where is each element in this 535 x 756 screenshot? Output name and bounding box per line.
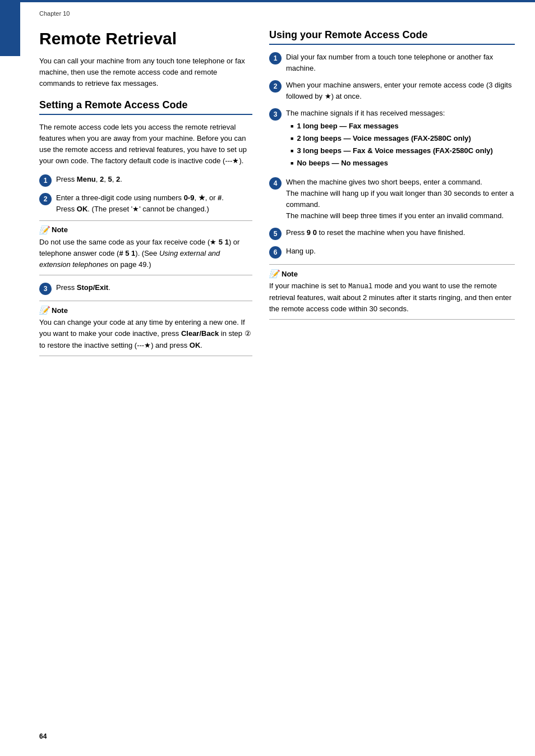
right-step-3-num: 3 (269, 108, 282, 121)
section1-body: The remote access code lets you access t… (39, 122, 252, 167)
note-icon-1: 📝 (39, 225, 49, 234)
bullet-list-3: 1 long beep — Fax messages 2 long beeps … (290, 121, 515, 168)
sidebar-blue-block (0, 0, 20, 56)
right-step-4-content: When the machine gives two short beeps, … (286, 177, 515, 222)
step-3-num: 3 (39, 283, 52, 295)
note-label-1: Note (52, 225, 68, 234)
note-box-1: 📝 Note Do not use the same code as your … (39, 220, 252, 275)
step-1-num: 1 (39, 174, 52, 187)
step-1-content: Press Menu, 2, 5, 2. (56, 174, 252, 185)
bullet-1: 1 long beep — Fax messages (290, 121, 515, 132)
note-box-2: 📝 Note You can change your code at any t… (39, 301, 252, 356)
manual-code: Manual (348, 283, 372, 291)
right-step-2-content: When your machine answers, enter your re… (286, 80, 515, 102)
right-step-5-content: Press 9 0 to reset the machine when you … (286, 227, 515, 238)
note-text-1: Do not use the same code as your fax rec… (39, 237, 252, 270)
right-step-5-num: 5 (269, 228, 282, 240)
intro-text: You can call your machine from any touch… (39, 56, 252, 89)
step-2: 2 Enter a three-digit code using numbers… (39, 192, 252, 215)
right-step-4: 4 When the machine gives two short beeps… (269, 177, 515, 222)
right-step-1-num: 1 (269, 52, 282, 64)
page-number: 64 (39, 732, 47, 740)
right-note-box: 📝 Note If your machine is set to Manual … (269, 264, 515, 320)
note-icon-2: 📝 (39, 306, 49, 315)
section2-header: Using your Remote Access Code (269, 29, 515, 45)
step-3-content: Press Stop/Exit. (56, 282, 252, 293)
bullet-3: 3 long beeps — Fax & Voice messages (FAX… (290, 146, 515, 156)
right-step-6-content: Hang up. (286, 246, 515, 257)
right-note-label: Note (282, 270, 298, 278)
step-1: 1 Press Menu, 2, 5, 2. (39, 174, 252, 187)
right-step-2: 2 When your machine answers, enter your … (269, 80, 515, 102)
note-header-2: 📝 Note (39, 306, 252, 315)
right-step-6: 6 Hang up. (269, 246, 515, 259)
chapter-label: Chapter 10 (39, 10, 70, 17)
top-line (20, 0, 535, 2)
bullet-2: 2 long beeps — Voice messages (FAX-2580C… (290, 133, 515, 144)
right-step-1-content: Dial your fax number from a touch tone t… (286, 52, 515, 74)
note-header-1: 📝 Note (39, 225, 252, 234)
right-step-3-content: The machine signals if it has received m… (286, 108, 515, 171)
right-note-icon: 📝 (269, 269, 279, 278)
sidebar-accent (0, 0, 20, 756)
section1-header: Setting a Remote Access Code (39, 99, 252, 115)
main-title: Remote Retrieval (39, 29, 252, 48)
bullet-4: No beeps — No messages (290, 158, 515, 169)
right-note-header: 📝 Note (269, 269, 515, 278)
content-area: Remote Retrieval You can call your machi… (39, 29, 515, 728)
right-step-3: 3 The machine signals if it has received… (269, 108, 515, 171)
right-step-1: 1 Dial your fax number from a touch tone… (269, 52, 515, 74)
step-3: 3 Press Stop/Exit. (39, 282, 252, 295)
right-note-text: If your machine is set to Manual mode an… (269, 280, 515, 315)
right-step-4-num: 4 (269, 177, 282, 190)
step-2-content: Enter a three-digit code using numbers 0… (56, 192, 252, 215)
right-step-6-num: 6 (269, 246, 282, 259)
right-step-2-num: 2 (269, 80, 282, 93)
note-label-2: Note (52, 306, 68, 315)
left-column: Remote Retrieval You can call your machi… (39, 29, 252, 728)
step-2-num: 2 (39, 193, 52, 205)
right-step-5: 5 Press 9 0 to reset the machine when yo… (269, 227, 515, 240)
right-column: Using your Remote Access Code 1 Dial you… (269, 29, 515, 728)
note-text-2: You can change your code at any time by … (39, 317, 252, 351)
